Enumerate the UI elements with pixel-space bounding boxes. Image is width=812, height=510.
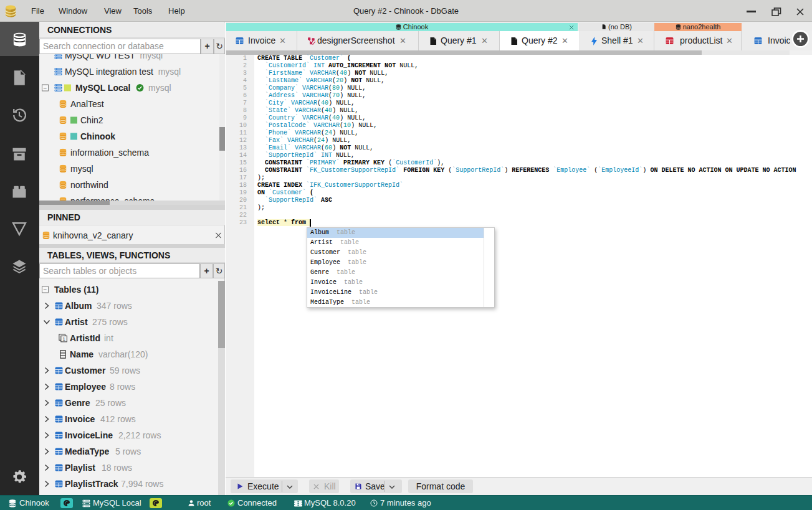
svg-text:1: 1 bbox=[63, 336, 65, 342]
